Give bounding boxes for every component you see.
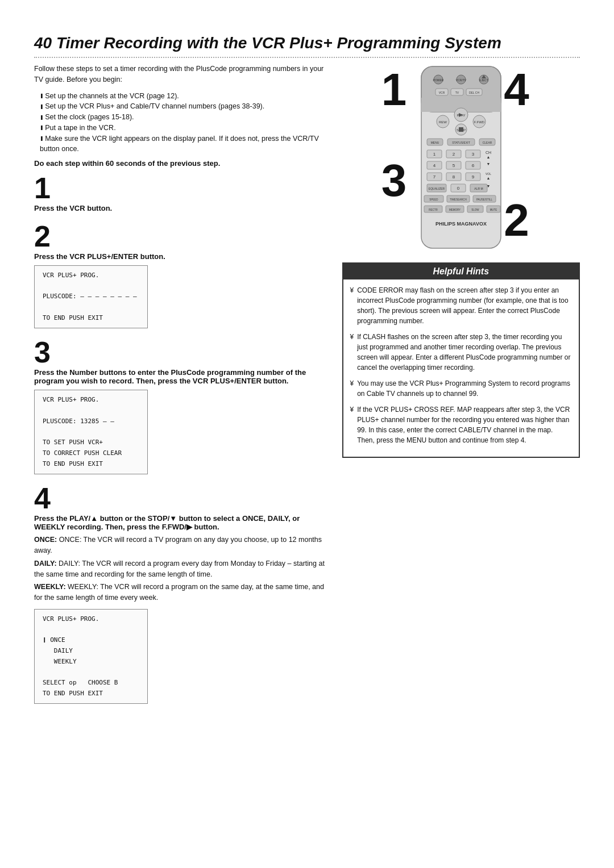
hint-item-2: ¥ If CLASH flashes on the screen after s… [350, 332, 572, 373]
svg-text:CLEAR: CLEAR [482, 141, 492, 144]
screen-line [43, 624, 139, 635]
screen-line [43, 281, 139, 292]
intro-list: Set up the channels at the VCR (page 12)… [40, 91, 325, 155]
svg-text:CH: CH [486, 151, 491, 155]
screen-line: PLUSCODE: – – – – – – – – [43, 291, 139, 302]
svg-text:MUTE: MUTE [489, 208, 497, 211]
svg-rect-25 [459, 127, 463, 132]
hint-item-4: ¥ If the VCR PLUS+ CROSS REF. MAP reappe… [350, 404, 572, 445]
step-1-section: 1 Press the VCR button. [34, 173, 325, 212]
remote-control-image: POWER VCR/TV EJECT VCR TV DEL CH [404, 64, 518, 257]
hint-bullet: ¥ [350, 404, 354, 445]
svg-text:PAUSE/STILL: PAUSE/STILL [476, 198, 493, 201]
step-2-number: 2 [34, 222, 325, 251]
svg-text:POWER: POWER [433, 78, 443, 82]
overlay-num-3: 3 [381, 155, 407, 207]
screen-line [43, 302, 139, 313]
step-3-section: 3 Press the Number buttons to enter the … [34, 337, 325, 474]
helpful-hints-box: Helpful Hints ¥ CODE ERROR may flash on … [342, 262, 580, 458]
step-2-section: 2 Press the VCR PLUS+/ENTER button. VCR … [34, 222, 325, 328]
svg-text:2: 2 [453, 152, 455, 157]
screen-line: DAILY [43, 646, 139, 657]
step-3-label: Press the Number buttons to enter the Pl… [34, 368, 325, 385]
svg-text:VOL: VOL [486, 172, 491, 176]
intro-list-item: Set up the VCR Plus+ and Cable/TV channe… [40, 101, 325, 112]
overlay-num-4: 4 [504, 64, 529, 116]
screen-line: VCR PLUS+ PROG. [43, 614, 139, 625]
step-2-label: Press the VCR PLUS+/ENTER button. [34, 252, 325, 261]
step-4-section: 4 Press the PLAY/▲ button or the STOP/▼ … [34, 483, 325, 704]
once-daily-weekly: ONCE: ONCE: The VCR will record a TV pro… [34, 535, 325, 603]
svg-text:VCR: VCR [438, 91, 445, 94]
weekly-text: WEEKLY: WEEKLY: The VCR will record a pr… [34, 582, 325, 603]
intro-list-item: Make sure the VCR light appears on the d… [40, 133, 325, 155]
svg-text:▼: ▼ [486, 162, 490, 166]
step-1-number: 1 [34, 173, 325, 203]
overlay-num-1: 1 [381, 64, 407, 116]
svg-text:▼: ▼ [486, 184, 490, 188]
svg-text:SLOW: SLOW [471, 208, 479, 211]
hint-bullet: ¥ [350, 332, 354, 373]
screen-line: VCR PLUS+ PROG. [43, 270, 139, 281]
svg-text:MEMORY: MEMORY [449, 208, 460, 211]
svg-text:SPEED: SPEED [429, 198, 438, 201]
svg-text:TV: TV [455, 91, 459, 94]
screen-mockup-step3: VCR PLUS+ PROG. PLUSCODE: 13285 – – TO S… [34, 390, 148, 474]
intro-list-item: Set up the channels at the VCR (page 12)… [40, 91, 325, 102]
helpful-hints-title: Helpful Hints [343, 264, 579, 279]
intro-list-item: Set the clock (pages 15-18). [40, 112, 325, 123]
screen-line: TO END PUSH EXIT [43, 313, 139, 324]
screen-line: TO END PUSH EXIT [43, 459, 139, 470]
svg-text:STATUS/EXIT: STATUS/EXIT [452, 141, 470, 144]
svg-text:4: 4 [433, 163, 436, 168]
svg-text:0: 0 [457, 186, 460, 191]
screen-line: VCR PLUS+ PROG. [43, 395, 139, 406]
svg-text:7: 7 [433, 174, 436, 180]
daily-text: DAILY: DAILY: The VCR will record a prog… [34, 558, 325, 580]
screen-line: PLUSCODE: 13285 – – [43, 416, 139, 427]
svg-text:EJECT: EJECT [479, 78, 488, 82]
hint-item-1: ¥ CODE ERROR may flash on the screen aft… [350, 285, 572, 326]
screen-line: TO SET PUSH VCR+ [43, 437, 139, 448]
hint-item-3: ¥ You may use the VCR Plus+ Programming … [350, 378, 572, 399]
step-3-number: 3 [34, 337, 325, 367]
screen-line: ❙ ONCE [43, 635, 139, 646]
svg-text:RECTR: RECTR [429, 208, 438, 211]
intro-text: Follow these steps to set a timer record… [34, 64, 325, 85]
svg-text:TIMESEARCH: TIMESEARCH [450, 198, 467, 201]
hint-text-3: You may use the VCR Plus+ Programming Sy… [357, 378, 572, 399]
intro-list-item: Put a tape in the VCR. [40, 123, 325, 133]
once-text: ONCE: ONCE: The VCR will record a TV pro… [34, 535, 325, 556]
left-column: Follow these steps to set a timer record… [34, 64, 325, 713]
screen-line [43, 667, 139, 678]
hint-text-1: CODE ERROR may flash on the screen after… [357, 285, 572, 326]
svg-text:VCR/TV: VCR/TV [456, 78, 467, 82]
svg-text:3: 3 [472, 152, 475, 157]
screen-line: TO END PUSH EXIT [43, 688, 139, 699]
hint-text-2: If CLASH flashes on the screen after ste… [357, 332, 572, 373]
page-title: 40 Timer Recording with the VCR Plus+ Pr… [34, 34, 580, 58]
svg-text:PHILIPS MAGNAVOX: PHILIPS MAGNAVOX [435, 221, 487, 227]
svg-text:5: 5 [453, 163, 455, 168]
screen-mockup-step4: VCR PLUS+ PROG. ❙ ONCE DAILY WEEKLY SELE… [34, 609, 148, 704]
step-4-number: 4 [34, 483, 325, 513]
svg-text:F.FWD: F.FWD [474, 120, 485, 124]
screen-line: SELECT op CHOOSE B [43, 678, 139, 688]
svg-text:8: 8 [453, 174, 455, 180]
svg-text:6: 6 [472, 163, 475, 168]
hint-bullet: ¥ [350, 285, 354, 326]
screen-line: WEEKLY [43, 657, 139, 667]
remote-area: 1 4 3 2 POWER VCR/TV [399, 64, 524, 257]
svg-text:REW: REW [439, 120, 447, 124]
screen-line: TO CORRECT PUSH CLEAR [43, 448, 139, 459]
hint-bullet: ¥ [350, 378, 354, 399]
svg-text:9: 9 [472, 174, 475, 180]
step-1-label: Press the VCR button. [34, 204, 325, 212]
svg-text:MENU: MENU [430, 141, 439, 144]
step-4-label: Press the PLAY/▲ button or the STOP/▼ bu… [34, 514, 325, 531]
svg-text:▲: ▲ [486, 155, 490, 159]
hint-text-4: If the VCR PLUS+ CROSS REF. MAP reappear… [357, 404, 572, 445]
svg-text:▲: ▲ [486, 176, 490, 180]
svg-text:ALR M: ALR M [474, 187, 483, 190]
screen-line [43, 427, 139, 438]
